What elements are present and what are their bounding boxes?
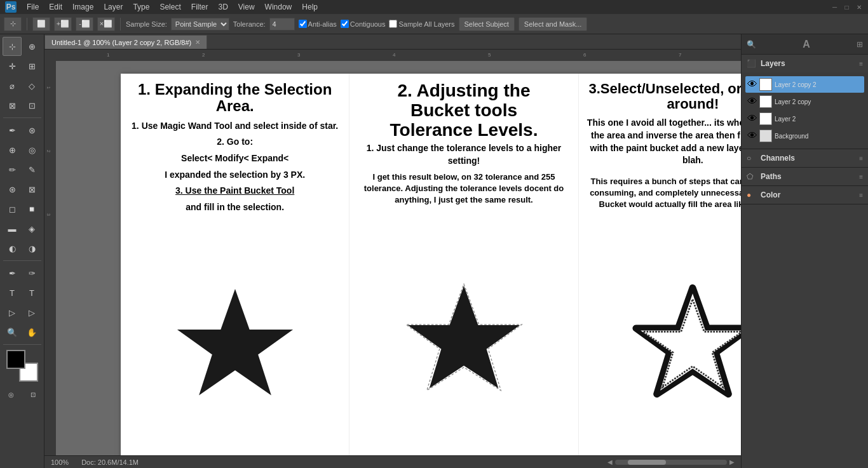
quick-select-tool[interactable]: ⊕ — [22, 37, 41, 56]
menu-type[interactable]: Type — [133, 3, 149, 11]
bg-eraser-tool[interactable]: ◽ — [22, 199, 41, 218]
foreground-color-swatch[interactable] — [6, 350, 25, 369]
menu-layer[interactable]: Layer — [104, 3, 123, 11]
scroll-right-btn[interactable]: ▶ — [729, 458, 735, 465]
tool-mode-a[interactable]: ⬜ — [32, 17, 50, 31]
lasso-tool[interactable]: ⌀ — [3, 76, 22, 95]
heal-tool[interactable]: ◎ — [22, 140, 41, 159]
col2-body1: 1. Just change the tolerance levels to a… — [356, 142, 571, 167]
brush-tool[interactable]: ✏ — [3, 160, 22, 179]
current-tool-icon[interactable]: ⊹ — [4, 17, 22, 31]
layer-item-0[interactable]: 👁 Layer 2 copy 2 — [745, 76, 864, 93]
h-scrollbar-track[interactable] — [615, 460, 727, 465]
content-wrapper: Untitled-1 @ 100% (Layer 2 copy 2, RGB/8… — [44, 34, 741, 468]
main-area: ⊹ ⊕ ✛ ⊞ ⌀ ◇ ⊠ ⊡ ✒ ⊛ ⊕ ◎ ✏ ✎ ⊛ ⊠ — [0, 34, 868, 468]
minimize-button[interactable]: ─ — [831, 3, 839, 11]
crop-tool[interactable]: ⊠ — [3, 96, 22, 115]
scroll-left-btn[interactable]: ◀ — [607, 458, 613, 465]
menu-bar: Ps File Edit Image Layer Type Select Fil… — [0, 0, 868, 14]
paint-bucket-tool[interactable]: ◈ — [22, 219, 41, 238]
tool-mode-c[interactable]: -⬜ — [76, 17, 93, 31]
layer-eye-1[interactable]: 👁 — [748, 97, 757, 106]
direct-select-tool[interactable]: ▷ — [22, 303, 41, 322]
color-panel-header[interactable]: ● Color ≡ — [742, 186, 868, 204]
path-select-tool[interactable]: ▷ — [3, 303, 22, 322]
pencil-tool[interactable]: ✎ — [22, 160, 41, 179]
separator-1 — [27, 18, 27, 30]
layer-item-3[interactable]: 👁 Background — [745, 128, 864, 144]
polygon-lasso-tool[interactable]: ◇ — [22, 76, 41, 95]
perspective-crop-tool[interactable]: ⊡ — [22, 96, 41, 115]
layers-panel-section: ⬛ Layers ≡ 👁 Layer 2 copy 2 👁 Layer 2 co… — [742, 55, 868, 149]
search-icon[interactable]: 🔍 — [747, 40, 756, 49]
tab-bar: Untitled-1 @ 100% (Layer 2 copy 2, RGB/8… — [44, 34, 741, 50]
tool-row-1: ⊹ ⊕ — [3, 37, 41, 56]
layer-eye-3[interactable]: 👁 — [748, 131, 757, 140]
menu-3d[interactable]: 3D — [218, 3, 227, 11]
maximize-button[interactable]: □ — [843, 3, 851, 11]
menu-filter[interactable]: Filter — [191, 3, 208, 11]
eyedropper-tool[interactable]: ✒ — [3, 121, 22, 140]
artboard-tool[interactable]: ⊞ — [22, 57, 41, 76]
menu-file[interactable]: File — [27, 3, 39, 11]
canvas-area[interactable]: 1 2 3 4 5 6 7 1 2 3 1. Expanding the Sel… — [44, 50, 741, 455]
document-tab[interactable]: Untitled-1 @ 100% (Layer 2 copy 2, RGB/8… — [44, 35, 207, 49]
layer-eye-0[interactable]: 👁 — [748, 80, 757, 89]
layer-item-2[interactable]: 👁 Layer 2 — [745, 110, 864, 127]
layer-eye-2[interactable]: 👁 — [748, 114, 757, 123]
channels-panel-menu[interactable]: ≡ — [859, 155, 863, 162]
magic-wand-tool[interactable]: ⊹ — [3, 37, 22, 56]
svg-marker-1 — [410, 288, 519, 387]
paths-panel-header[interactable]: ⬠ Paths ≡ — [742, 168, 868, 185]
sample-size-select[interactable]: Point Sample — [171, 18, 229, 30]
menu-select[interactable]: Select — [159, 3, 180, 11]
burn-tool[interactable]: ◑ — [22, 239, 41, 258]
channels-panel-header[interactable]: ○ Channels ≡ — [742, 149, 868, 167]
dodge-tool[interactable]: ◐ — [3, 239, 22, 258]
quick-mask-tool[interactable]: ◎ — [2, 385, 21, 404]
clone-tool[interactable]: ⊛ — [3, 180, 22, 199]
window-controls: ─ □ ✕ — [831, 3, 863, 11]
color-panel-menu[interactable]: ≡ — [859, 192, 863, 199]
pattern-stamp-tool[interactable]: ⊠ — [22, 180, 41, 199]
layout-icon[interactable]: ⊞ — [857, 40, 863, 49]
gradient-tool[interactable]: ▬ — [3, 219, 22, 238]
freeform-pen-tool[interactable]: ✑ — [22, 264, 41, 283]
close-button[interactable]: ✕ — [855, 3, 863, 11]
sample-all-checkbox[interactable] — [389, 20, 397, 28]
type-tool[interactable]: T — [3, 283, 22, 302]
spot-heal-tool[interactable]: ⊕ — [3, 140, 22, 159]
contiguous-checkbox[interactable] — [341, 20, 349, 28]
pen-tool[interactable]: ✒ — [3, 264, 22, 283]
tab-title: Untitled-1 @ 100% (Layer 2 copy 2, RGB/8… — [51, 39, 191, 46]
select-mask-button[interactable]: Select and Mask... — [519, 17, 588, 31]
layer-item-1[interactable]: 👁 Layer 2 copy — [745, 93, 864, 110]
layer-thumb-3 — [759, 130, 772, 142]
tab-close-button[interactable]: ✕ — [195, 39, 200, 46]
h-scrollbar-thumb[interactable] — [628, 460, 666, 465]
ruler-tick-5: 5 — [488, 52, 491, 58]
star3-svg — [629, 283, 741, 410]
paths-panel-label: Paths — [761, 172, 782, 181]
tool-mode-d[interactable]: ×⬜ — [97, 17, 115, 31]
hand-tool[interactable]: ✋ — [22, 323, 41, 342]
tolerance-input[interactable] — [269, 18, 295, 30]
tool-mode-b[interactable]: +⬜ — [54, 17, 72, 31]
color-sampler-tool[interactable]: ⊛ — [22, 121, 41, 140]
select-subject-button[interactable]: Select Subject — [459, 17, 515, 31]
menu-view[interactable]: View — [238, 3, 255, 11]
paths-panel-menu[interactable]: ≡ — [859, 173, 863, 180]
anti-alias-checkbox[interactable] — [299, 20, 307, 28]
vertical-type-tool[interactable]: T — [22, 283, 41, 302]
move-tool[interactable]: ✛ — [3, 57, 22, 76]
menu-edit[interactable]: Edit — [49, 3, 62, 11]
eraser-tool[interactable]: ◻ — [3, 199, 22, 218]
screen-mode-tool[interactable]: ⊡ — [24, 385, 43, 404]
menu-image[interactable]: Image — [72, 3, 93, 11]
layers-panel-header[interactable]: ⬛ Layers ≡ — [742, 55, 868, 72]
zoom-tool[interactable]: 🔍 — [3, 323, 22, 342]
menu-help[interactable]: Help — [302, 3, 318, 11]
menu-window[interactable]: Window — [265, 3, 292, 11]
layer-name-0: Layer 2 copy 2 — [775, 81, 817, 88]
layers-panel-menu[interactable]: ≡ — [859, 60, 863, 67]
